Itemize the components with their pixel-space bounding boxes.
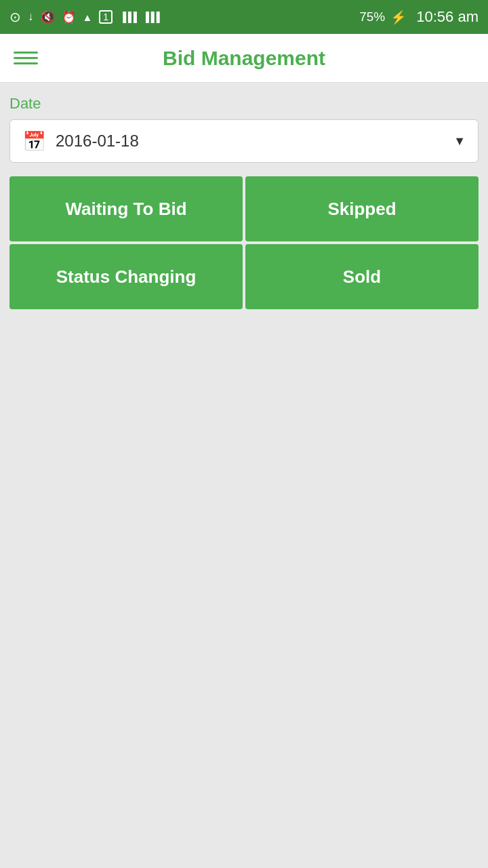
wifi-icon: ▲ (83, 12, 93, 23)
date-picker[interactable]: 📅 2016-01-18 ▼ (9, 119, 479, 163)
chevron-down-icon: ▼ (453, 134, 466, 149)
signal-icon-2: ▐▐▐ (142, 12, 159, 22)
page-title: Bid Management (38, 47, 450, 70)
status-bar: ⊙ ↓ 🔇 ⏰ ▲ 1 ▐▐▐ ▐▐▐ 75% ⚡ 10:56 am (0, 0, 488, 34)
skipped-button[interactable]: Skipped (245, 176, 479, 241)
status-left-icons: ⊙ ↓ 🔇 ⏰ ▲ 1 ▐▐▐ ▐▐▐ (9, 9, 159, 25)
sold-button[interactable]: Sold (245, 244, 479, 309)
record-icon: ⊙ (9, 9, 21, 25)
status-changing-button[interactable]: Status Changing (9, 244, 243, 309)
mute-icon: 🔇 (41, 10, 55, 24)
status-time: 10:56 am (416, 8, 479, 26)
date-value: 2016-01-18 (56, 132, 453, 151)
battery-bolt-icon: ⚡ (390, 9, 407, 25)
alarm-icon: ⏰ (62, 10, 76, 24)
status-right-icons: 75% ⚡ 10:56 am (359, 8, 479, 26)
download-icon: ↓ (28, 10, 34, 24)
badge-icon: 1 (99, 10, 113, 24)
hamburger-menu-button[interactable] (14, 52, 38, 64)
waiting-to-bid-button[interactable]: Waiting To Bid (9, 176, 243, 241)
date-label: Date (9, 95, 479, 113)
bid-buttons-grid: Waiting To Bid Skipped Status Changing S… (9, 176, 479, 309)
signal-icon: ▐▐▐ (119, 12, 136, 22)
main-content: Date 📅 2016-01-18 ▼ Waiting To Bid Skipp… (0, 83, 488, 868)
calendar-icon: 📅 (22, 130, 46, 153)
battery-percent: 75% (359, 9, 385, 24)
toolbar: Bid Management (0, 34, 488, 83)
